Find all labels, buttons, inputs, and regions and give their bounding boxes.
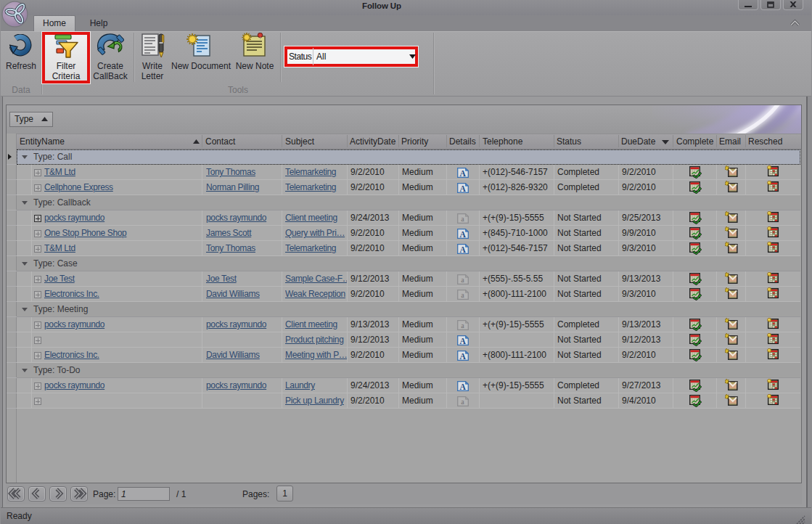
svg-text:a: a [461,398,464,406]
svg-text:a: a [461,215,464,223]
svg-text:A: A [459,169,466,178]
svg-text:A: A [459,245,466,254]
svg-text:a: a [461,276,464,284]
svg-text:A: A [459,230,466,239]
svg-text:A: A [459,352,466,361]
svg-text:a: a [461,291,464,299]
svg-text:A: A [459,184,466,193]
svg-text:A: A [459,337,466,345]
svg-text:a: a [461,322,464,329]
svg-text:A: A [459,382,466,391]
